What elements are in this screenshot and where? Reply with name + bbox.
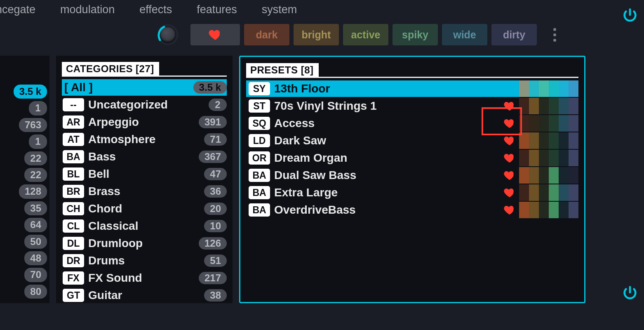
filter-favorites[interactable] <box>190 24 240 45</box>
heart-icon[interactable] <box>503 134 517 148</box>
tab-system[interactable]: system <box>262 3 297 16</box>
category-row[interactable]: ARArpeggio391 <box>62 114 227 130</box>
category-count: 38 <box>204 289 227 302</box>
tab-modulation[interactable]: modulation <box>60 3 115 16</box>
preset-row[interactable]: SY13th Floor <box>246 80 578 97</box>
preset-row[interactable]: BADual Saw Bass <box>246 167 578 184</box>
tag-swatch <box>569 80 578 97</box>
category-row[interactable]: BLBell47 <box>62 166 227 182</box>
category-label: Drums <box>88 254 204 267</box>
category-row[interactable]: --Uncategorized2 <box>62 97 227 113</box>
tag-swatch <box>549 98 559 114</box>
category-count: 367 <box>199 151 227 163</box>
more-filters-icon[interactable] <box>548 28 561 42</box>
tab-trancegate[interactable]: ncegate <box>0 3 35 16</box>
power-icon[interactable] <box>620 5 640 25</box>
filter-spiky[interactable]: spiky <box>393 24 438 45</box>
tab-features[interactable]: features <box>197 3 237 16</box>
heart-icon[interactable] <box>503 168 517 182</box>
heart-icon[interactable] <box>503 116 517 130</box>
preset-row[interactable]: BAExtra Large <box>246 184 578 201</box>
category-label: Guitar <box>88 289 204 302</box>
category-count: 2 <box>209 99 227 111</box>
heart-icon[interactable] <box>503 203 517 217</box>
preset-row[interactable]: BAOverdriveBass <box>246 202 578 218</box>
filter-bright[interactable]: bright <box>294 24 339 45</box>
preset-tags <box>519 132 578 149</box>
tag-swatch <box>569 132 578 149</box>
category-label: Arpeggio <box>88 116 199 129</box>
category-code: AT <box>63 133 84 146</box>
tag-swatch <box>539 184 549 201</box>
tag-swatch <box>529 115 539 132</box>
heart-icon[interactable] <box>503 99 517 113</box>
tag-swatch <box>529 98 539 114</box>
preset-label: OverdriveBass <box>274 203 503 217</box>
tag-swatch <box>529 184 539 201</box>
filter-bar: dark bright active spiky wide dirty <box>0 24 644 46</box>
preset-label: Dark Saw <box>274 134 503 147</box>
preset-row[interactable]: ORDream Organ <box>246 150 578 166</box>
tag-swatch <box>529 80 539 97</box>
category-count: 10 <box>204 220 227 232</box>
category-code: -- <box>63 98 84 111</box>
filter-active[interactable]: active <box>343 24 388 45</box>
filter-knob[interactable] <box>157 24 179 46</box>
preset-row[interactable]: ST70s Vinyl Strings 1 <box>246 98 578 114</box>
heart-icon[interactable] <box>503 151 517 165</box>
tag-swatch <box>529 167 539 184</box>
preset-label: 13th Floor <box>274 82 503 95</box>
category-count: 47 <box>204 168 227 180</box>
category-row[interactable]: FXFX Sound217 <box>62 270 227 286</box>
category-label: FX Sound <box>88 271 199 285</box>
preset-tags <box>519 98 578 114</box>
category-row[interactable]: DRDrums51 <box>62 252 227 269</box>
side-count: 70 <box>24 268 47 282</box>
preset-row[interactable]: SQAccess <box>246 115 578 132</box>
preset-row[interactable]: LDDark Saw <box>246 132 578 149</box>
preset-tags <box>519 80 578 97</box>
preset-label: Dual Saw Bass <box>274 169 503 182</box>
tag-swatch <box>519 150 529 166</box>
preset-code: BA <box>249 169 270 182</box>
tag-swatch <box>549 167 559 184</box>
side-count: 763 <box>19 118 47 132</box>
tag-swatch <box>519 184 529 201</box>
tag-swatch <box>539 202 549 218</box>
category-code: FX <box>63 271 84 285</box>
category-row[interactable]: GTGuitar38 <box>62 287 227 304</box>
heart-icon[interactable] <box>503 186 517 200</box>
tag-swatch <box>559 132 569 149</box>
filter-dirty[interactable]: dirty <box>491 24 537 45</box>
category-row[interactable]: BABass367 <box>62 148 227 165</box>
category-code: GT <box>63 289 84 302</box>
tab-effects[interactable]: effects <box>139 3 172 16</box>
side-count: 3.5 k <box>14 85 47 99</box>
tag-swatch <box>559 150 569 166</box>
tag-swatch <box>539 80 549 97</box>
heart-icon[interactable] <box>503 82 517 96</box>
category-code: BA <box>63 150 84 163</box>
tag-swatch <box>559 167 569 184</box>
category-count: 36 <box>204 185 227 198</box>
filter-wide[interactable]: wide <box>442 24 487 45</box>
preset-code: OR <box>249 151 270 165</box>
filter-dark[interactable]: dark <box>244 24 289 45</box>
category-row[interactable]: DLDrumloop126 <box>62 235 227 252</box>
category-row[interactable]: BRBrass36 <box>62 183 227 200</box>
tag-swatch <box>569 115 578 132</box>
power-icon[interactable] <box>620 283 640 302</box>
tag-swatch <box>549 202 559 218</box>
category-row[interactable]: ATAtmosphere71 <box>62 131 227 148</box>
category-code: DR <box>63 254 84 267</box>
side-count: 48 <box>24 251 47 265</box>
category-row[interactable]: [ All ]3.5 k <box>62 79 227 96</box>
preset-label: Extra Large <box>274 186 503 199</box>
tag-swatch <box>539 150 549 166</box>
tag-swatch <box>569 184 578 201</box>
category-code: CL <box>63 219 84 233</box>
preset-label: 70s Vinyl Strings 1 <box>274 99 503 113</box>
left-count-column: 3.5 k176312222128356450487080 <box>0 56 49 303</box>
category-row[interactable]: CLClassical10 <box>62 218 227 234</box>
category-row[interactable]: CHChord20 <box>62 200 227 217</box>
